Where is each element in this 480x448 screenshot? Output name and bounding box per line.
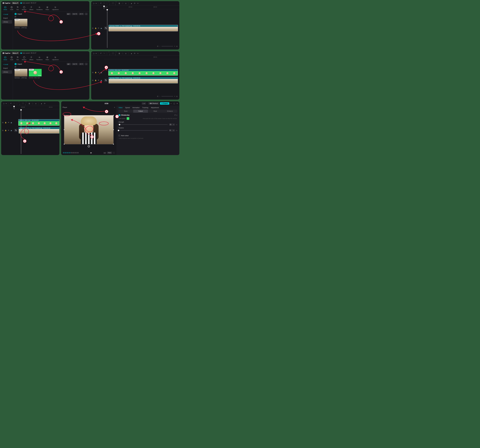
- split-icon[interactable]: 〕〔: [108, 2, 111, 5]
- subtab-enhance[interactable]: Enhance: [163, 110, 177, 113]
- timeline-clip-image[interactable]: spacejoy-9M66C_w_ToM-unsplash.jpg00:00:0…: [19, 127, 59, 134]
- select-tool-icon[interactable]: ▷: [92, 2, 95, 5]
- delete-icon[interactable]: 🗑: [118, 52, 121, 55]
- sidebar-item-import[interactable]: Import: [2, 16, 12, 20]
- speed-icon[interactable]: ◉: [125, 2, 127, 5]
- minimize-icon[interactable]: —: [170, 102, 172, 105]
- split-right-icon[interactable]: 〔 〕: [115, 2, 118, 5]
- tab-animation[interactable]: Animation: [133, 107, 140, 108]
- shadow-value[interactable]: 0▲▼: [169, 129, 175, 131]
- tab-audio[interactable]: Audio: [9, 56, 15, 61]
- keyframe-icon[interactable]: ◇: [176, 124, 177, 125]
- search-button[interactable]: ⌕: [85, 63, 88, 65]
- tab-adjustment[interactable]: Adjustment: [50, 5, 60, 11]
- tab-filters[interactable]: Filters: [44, 5, 51, 11]
- sidebar-item-library[interactable]: Library: [2, 70, 12, 74]
- tab-adjustment[interactable]: Adjustment: [151, 107, 159, 108]
- crop-tool-icon[interactable]: ◻: [121, 2, 124, 5]
- tab-effects[interactable]: Effects: [28, 5, 35, 11]
- export-button[interactable]: ⬆Export: [160, 102, 169, 105]
- menu-button[interactable]: Menu ▾: [12, 52, 19, 54]
- sort-button[interactable]: Sort ⇅: [72, 63, 78, 65]
- select-tool-icon[interactable]: ▷: [92, 52, 95, 55]
- menu-button[interactable]: Menu ▾: [12, 2, 19, 4]
- maximize-icon[interactable]: ▢: [173, 102, 175, 105]
- tab-transitions[interactable]: Transitions: [35, 56, 44, 61]
- shortcut-button[interactable]: ⌨Shortcut: [148, 102, 159, 105]
- redo-icon[interactable]: ↷: [103, 52, 106, 55]
- auto-cutout-checkbox[interactable]: [119, 135, 120, 136]
- timeline-clip-video[interactable]: summer video.mp400:00:05:00: [108, 69, 178, 76]
- search-button[interactable]: ⌕: [85, 13, 88, 15]
- player-menu-icon[interactable]: ≡: [114, 107, 115, 108]
- track-edit-button[interactable]: ✎: [104, 79, 107, 82]
- tab-text[interactable]: TIText: [15, 56, 20, 61]
- strength-slider[interactable]: [119, 124, 168, 125]
- ratio-button[interactable]: Ratio: [107, 152, 112, 154]
- play-button[interactable]: ▶: [91, 152, 92, 154]
- fullscreen-icon[interactable]: ⛶: [113, 152, 115, 154]
- timeline-ruler[interactable]: |00:00 |00:02 |00:04: [104, 6, 179, 9]
- tab-media[interactable]: Media: [2, 56, 9, 61]
- tab-adjustment[interactable]: Adjustment: [50, 56, 60, 61]
- sidebar-item-local[interactable]: Local: [2, 63, 12, 66]
- subtab-cutout[interactable]: Cutout: [133, 110, 148, 113]
- visibility-icon[interactable]: 👁: [98, 27, 99, 29]
- scale-button[interactable]: [◎]: [104, 152, 106, 154]
- delete-icon[interactable]: 🗑: [118, 2, 121, 5]
- keyframe-icon[interactable]: ◇: [176, 114, 177, 116]
- filter-all-button[interactable]: All ⏷: [79, 13, 84, 15]
- crop-icon[interactable]: ✂: [137, 2, 139, 5]
- tab-transitions[interactable]: Transitions: [35, 5, 44, 11]
- color-swatch[interactable]: [127, 117, 129, 120]
- import-button[interactable]: +Import: [14, 63, 22, 65]
- sidebar-item-local[interactable]: Local: [2, 13, 12, 16]
- shadow-slider[interactable]: [119, 130, 168, 131]
- track-edit-button[interactable]: ✎: [104, 27, 107, 30]
- subtab-basic[interactable]: Basic: [119, 110, 133, 113]
- mute-icon[interactable]: 🔈: [100, 27, 102, 29]
- media-thumb-1[interactable]: Added spacejoy-…plash.jpg: [14, 19, 27, 28]
- reset-icon[interactable]: ↺: [174, 114, 176, 116]
- tab-stickers[interactable]: Stickers: [20, 56, 28, 61]
- split-left-icon[interactable]: 〔〕: [112, 2, 114, 5]
- timeline-clip-image[interactable]: spacejoy-9M66C_w_ToM-unsplash.jpg00:00:0…: [109, 77, 178, 83]
- tab-tracking[interactable]: Tracking: [142, 107, 148, 108]
- undo-icon[interactable]: ↶: [99, 2, 102, 5]
- sidebar-item-library[interactable]: Library: [2, 20, 12, 24]
- subtab-mask[interactable]: Mask: [148, 110, 163, 113]
- rotate-handle[interactable]: [88, 145, 90, 147]
- media-thumb-1[interactable]: Added spacejoy-…plash.jpg: [14, 69, 27, 78]
- close-icon[interactable]: ✕: [176, 102, 178, 105]
- tab-text[interactable]: TIText: [15, 5, 20, 11]
- tab-filters[interactable]: Filters: [44, 56, 51, 61]
- timeline-clip-image[interactable]: spacejoy-9M66C_w_ToM-unsplash.jpg00:00:0…: [109, 25, 178, 31]
- chevron-down-icon[interactable]: ▾: [96, 3, 97, 4]
- tab-media[interactable]: Media: [2, 5, 9, 11]
- collapse-icon[interactable]: ⊟: [92, 27, 94, 29]
- undo-icon[interactable]: ↶: [99, 52, 102, 55]
- lock-icon[interactable]: 🔒: [95, 27, 97, 29]
- timeline-clip-video[interactable]: summer video.mp400:00:05:00: [18, 119, 59, 126]
- mirror-icon[interactable]: ▲: [130, 2, 133, 5]
- tab-audio[interactable]: Audio: [9, 5, 15, 11]
- strength-value[interactable]: 21▲▼: [169, 123, 175, 126]
- tab-effects[interactable]: Effects: [28, 56, 35, 61]
- import-button[interactable]: +Import: [14, 13, 22, 15]
- tab-video[interactable]: Video: [119, 107, 123, 108]
- timeline-zoom[interactable]: ⊡−+◎: [157, 45, 178, 47]
- redo-icon[interactable]: ↷: [103, 2, 106, 5]
- rotate-icon[interactable]: ⟳: [133, 2, 136, 5]
- keyframe-icon[interactable]: ◇: [176, 130, 177, 131]
- layout-button[interactable]: ▭ ▾: [142, 102, 146, 105]
- tab-speed[interactable]: Speed: [125, 107, 130, 108]
- tab-stickers[interactable]: Stickers: [20, 5, 28, 11]
- chroma-checkbox[interactable]: ✓: [119, 114, 120, 116]
- preview-canvas[interactable]: [64, 115, 113, 144]
- select-tool-icon[interactable]: ▷: [3, 102, 5, 105]
- view-toggle[interactable]: ▦ ▾: [66, 13, 71, 15]
- media-thumb-2[interactable]: Added00:05 summer video.mp4: [29, 69, 42, 78]
- filter-all-button[interactable]: All ⏷: [79, 63, 84, 65]
- sort-button[interactable]: Sort ⇅: [72, 13, 78, 15]
- sidebar-item-import[interactable]: Import: [2, 66, 12, 70]
